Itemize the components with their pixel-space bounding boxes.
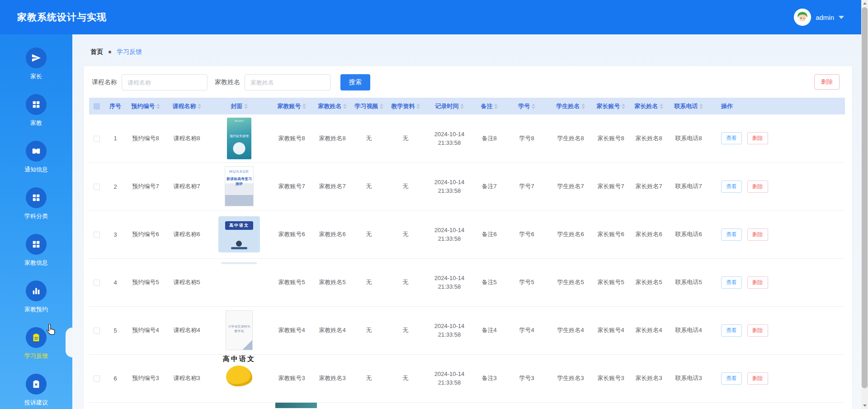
course-cover-image: 高中语文	[218, 355, 260, 402]
sidebar-item-bookings[interactable]: 家教预约	[0, 274, 72, 320]
ticket-icon	[26, 141, 47, 162]
sort-icon[interactable]	[494, 104, 498, 109]
cell-student-name: 学生姓名6	[549, 210, 592, 258]
row-checkbox[interactable]	[94, 328, 100, 334]
sort-icon[interactable]	[699, 104, 703, 109]
tutor-name-input[interactable]	[245, 74, 330, 90]
cell-index: 3	[104, 210, 126, 258]
sort-icon[interactable]	[532, 104, 535, 109]
view-button[interactable]: 查看	[721, 228, 742, 241]
vertical-scrollbar[interactable]	[861, 0, 868, 409]
batch-delete-button[interactable]: 删除	[814, 74, 840, 90]
app: 家教系统设计与实现 admin 家长	[0, 0, 868, 409]
cell-remark: 备注4	[474, 306, 504, 354]
cell-student-no: 学号5	[504, 258, 549, 306]
delete-row-button[interactable]: 删除	[747, 181, 768, 193]
sidebar-item-complaints[interactable]: 投诉建议	[0, 367, 72, 409]
row-checkbox[interactable]	[94, 376, 100, 382]
delete-row-button[interactable]: 删除	[747, 228, 768, 241]
view-button[interactable]: 查看	[721, 132, 742, 144]
sort-icon[interactable]	[380, 104, 383, 109]
sidebar-item-tutor-info[interactable]: 家教信息	[0, 227, 72, 274]
view-button[interactable]: 查看	[721, 181, 742, 193]
course-name-input[interactable]	[122, 74, 208, 90]
sort-icon[interactable]	[343, 104, 347, 109]
user-menu[interactable]: admin	[794, 9, 844, 26]
cell-student-name: 学生姓名4	[549, 306, 592, 354]
paper-plane-icon	[26, 48, 47, 68]
cell-index: 1	[104, 114, 126, 162]
view-button[interactable]: 查看	[721, 276, 742, 289]
row-checkbox[interactable]	[94, 136, 100, 142]
view-button[interactable]: 查看	[721, 324, 742, 337]
sort-icon[interactable]	[302, 104, 306, 109]
chevron-down-icon[interactable]	[839, 16, 844, 19]
sort-icon[interactable]	[581, 104, 585, 109]
cell-phone: 联系电话3	[668, 354, 709, 402]
row-checkbox[interactable]	[94, 184, 100, 190]
cell-booking-no: 预约编号5	[126, 258, 165, 306]
select-all-checkbox[interactable]	[94, 103, 100, 109]
cell-tutor-name: 家教姓名8	[313, 114, 351, 162]
cell-record-time: 2024-10-14 21:33:58	[425, 162, 474, 210]
cell-tutor-name: 家教姓名6	[313, 210, 351, 258]
cell-remark: 备注8	[474, 114, 504, 162]
cell-course-name: 课程名称3	[165, 354, 208, 402]
sidebar-item-subjects[interactable]: 学科分类	[0, 181, 72, 227]
table-body: 1 预约编号8 课程名称8 Modern 现代化学原理 家教账号8 家教姓名8 …	[89, 114, 845, 402]
sort-icon[interactable]	[244, 104, 248, 109]
cell-tutor-account: 家教账号3	[270, 354, 313, 402]
sort-icon[interactable]	[198, 104, 201, 109]
table-row: 3 预约编号6 课程名称6 高中语文 家教账号6 家教姓名6 无 无 2024-…	[89, 210, 845, 258]
scroll-up-arrow[interactable]	[861, 0, 868, 7]
sort-icon[interactable]	[660, 104, 663, 109]
search-button[interactable]: 搜索	[340, 74, 370, 90]
cell-course-name: 课程名称6	[165, 210, 208, 258]
sort-icon[interactable]	[622, 104, 625, 109]
delete-row-button[interactable]: 删除	[747, 276, 768, 289]
cell-material: 无	[387, 258, 425, 306]
sidebar-item-feedback[interactable]: 学习反馈	[0, 320, 72, 367]
cell-material: 无	[387, 114, 425, 162]
tutor-name-label: 家教姓名	[215, 78, 240, 86]
breadcrumb-current[interactable]: 学习反馈	[117, 48, 142, 56]
course-cover-image: Modern 现代化学原理	[227, 118, 251, 159]
cell-booking-no: 预约编号6	[126, 210, 165, 258]
row-checkbox[interactable]	[94, 280, 100, 286]
cell-course-name: 课程名称5	[165, 258, 208, 306]
course-cover-image: HUAXUE 新课标高考复习测评	[225, 166, 254, 206]
main-content: 首页 学习反馈 课程名称 家教姓名 搜索 删除	[72, 34, 861, 409]
cell-student-no: 学号7	[504, 162, 549, 210]
cell-tutor-name: 家教姓名3	[313, 354, 351, 402]
sort-icon[interactable]	[416, 104, 420, 109]
sidebar: 家长 家教 通知信息 学科分类 家教信息 家教预约	[0, 34, 72, 409]
view-button[interactable]: 查看	[721, 372, 742, 385]
sort-icon[interactable]	[156, 104, 160, 109]
cell-phone: 联系电话6	[668, 210, 709, 258]
sidebar-item-parents[interactable]: 家长	[0, 41, 72, 87]
row-checkbox[interactable]	[94, 232, 100, 238]
sort-icon[interactable]	[460, 104, 464, 109]
cell-booking-no: 预约编号7	[126, 162, 165, 210]
cell-actions: 查看 删除	[709, 114, 845, 162]
content-card: 课程名称 家教姓名 搜索 删除 序号	[84, 66, 852, 409]
cell-phone: 联系电话7	[668, 162, 709, 210]
cell-booking-no: 预约编号4	[126, 306, 165, 354]
search-toolbar: 课程名称 家教姓名 搜索 删除	[89, 73, 843, 91]
breadcrumb-home[interactable]: 首页	[90, 48, 103, 56]
delete-row-button[interactable]: 删除	[747, 324, 768, 337]
cell-tutor-account: 家教账号4	[270, 306, 313, 354]
delete-row-button[interactable]: 删除	[747, 372, 768, 385]
scroll-down-arrow[interactable]	[861, 402, 868, 409]
cell-actions: 查看 删除	[709, 258, 845, 306]
cell-remark: 备注3	[474, 354, 504, 402]
cell-video: 无	[351, 306, 387, 354]
delete-row-button[interactable]: 删除	[747, 132, 768, 144]
sidebar-item-tutors[interactable]: 家教	[0, 87, 72, 134]
cell-student-name: 学生姓名3	[549, 354, 592, 402]
course-cover-image	[218, 262, 260, 303]
avatar[interactable]	[794, 9, 811, 26]
scrollbar-thumb[interactable]	[862, 7, 868, 388]
sidebar-item-notifications[interactable]: 通知信息	[0, 134, 72, 181]
cell-cover: 高中语文	[208, 210, 270, 258]
